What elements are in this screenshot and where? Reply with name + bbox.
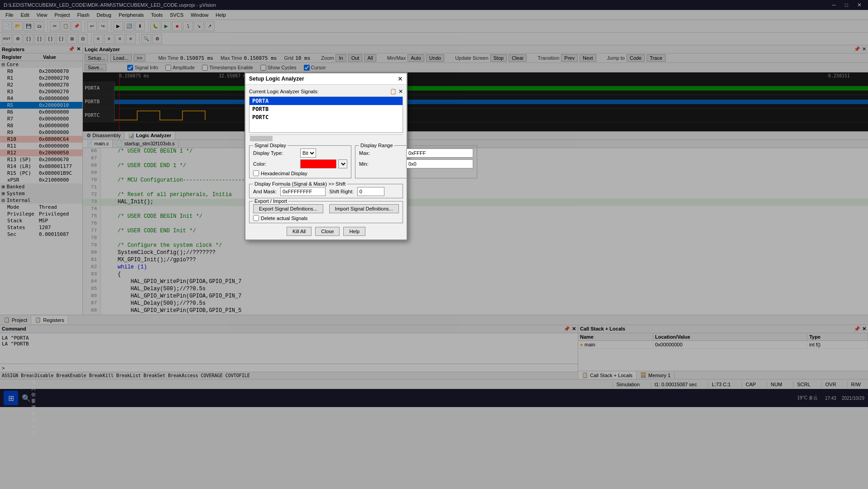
signal-scrollbar-h[interactable]	[249, 134, 403, 142]
delete-actual-row: Delete actual Signals	[253, 215, 399, 221]
color-row: Color:	[253, 159, 347, 168]
modal-overlay	[0, 0, 868, 489]
signal-porta[interactable]: PORTA	[249, 97, 403, 105]
color-label: Color:	[253, 161, 298, 167]
dialog-button-row: Kill All Close Help	[249, 227, 403, 236]
signal-scrollbar-thumb	[250, 136, 273, 141]
setup-dialog-close-icon[interactable]: ✕	[398, 75, 403, 82]
and-mask-label: And Mask:	[253, 189, 277, 194]
signal-display-section: Signal Display Display Type: Bit Color: …	[249, 145, 351, 178]
shift-right-label: Shift Right:	[329, 189, 354, 194]
export-button[interactable]: Export Signal Definitions...	[253, 204, 323, 213]
signals-section-label: Current Logic Analyzer Signals:	[249, 89, 318, 94]
formula-section: Display Formula (Signal & Mask) >> Shift…	[249, 184, 403, 198]
display-type-select[interactable]: Bit	[300, 149, 316, 158]
signal-display-label: Signal Display	[253, 143, 288, 148]
max-label: Max:	[359, 150, 404, 156]
display-range-label: Display Range	[359, 143, 394, 148]
hex-display-checkbox[interactable]	[253, 170, 259, 176]
kill-all-button[interactable]: Kill All	[287, 227, 312, 236]
and-mask-input[interactable]	[280, 187, 326, 196]
setup-dialog-header: Setup Logic Analyzer ✕	[245, 73, 407, 85]
import-button[interactable]: Import Signal Definitions...	[329, 204, 399, 213]
setup-dialog-title: Setup Logic Analyzer	[249, 76, 304, 82]
shift-right-input[interactable]	[357, 187, 384, 196]
delete-actual-label: Delete actual Signals	[261, 216, 307, 221]
delete-actual-checkbox[interactable]	[253, 215, 259, 221]
display-type-label: Display Type:	[253, 150, 298, 156]
max-row: Max:	[359, 149, 473, 158]
signals-section-header: Current Logic Analyzer Signals: 📋 ✕	[249, 88, 403, 95]
min-label: Min:	[359, 161, 404, 167]
max-input[interactable]	[406, 149, 473, 158]
signals-copy-icon[interactable]: 📋	[390, 88, 397, 95]
signals-close-icon[interactable]: ✕	[398, 88, 403, 95]
display-range-section: Display Range Max: Min:	[355, 145, 477, 178]
close-dialog-button[interactable]: Close	[315, 227, 340, 236]
formula-row: And Mask: Shift Right:	[253, 187, 399, 196]
formula-label: Display Formula (Signal & Mask) >> Shift	[253, 181, 347, 187]
setup-dialog: Setup Logic Analyzer ✕ Current Logic Ana…	[245, 72, 408, 240]
export-import-buttons: Export Signal Definitions... Import Sign…	[253, 204, 399, 213]
display-type-row: Display Type: Bit	[253, 149, 347, 158]
display-section: Signal Display Display Type: Bit Color: …	[249, 145, 403, 181]
export-import-label: Export / Import	[253, 198, 288, 204]
color-picker[interactable]	[300, 159, 336, 168]
hex-display-row: Hexadecimal Display	[253, 170, 347, 176]
min-row: Min:	[359, 159, 473, 168]
min-input[interactable]	[406, 159, 473, 168]
hex-display-label: Hexadecimal Display	[261, 171, 307, 176]
signal-list[interactable]: PORTA PORTB PORTC	[249, 96, 403, 133]
color-dropdown[interactable]	[338, 159, 347, 168]
help-button[interactable]: Help	[343, 227, 365, 236]
signal-portb[interactable]: PORTB	[249, 105, 403, 113]
export-import-section: Export / Import Export Signal Definition…	[249, 201, 403, 223]
setup-dialog-content: Current Logic Analyzer Signals: 📋 ✕ PORT…	[245, 85, 407, 240]
signal-portc[interactable]: PORTC	[249, 113, 403, 121]
signals-section: Current Logic Analyzer Signals: 📋 ✕ PORT…	[249, 88, 403, 142]
